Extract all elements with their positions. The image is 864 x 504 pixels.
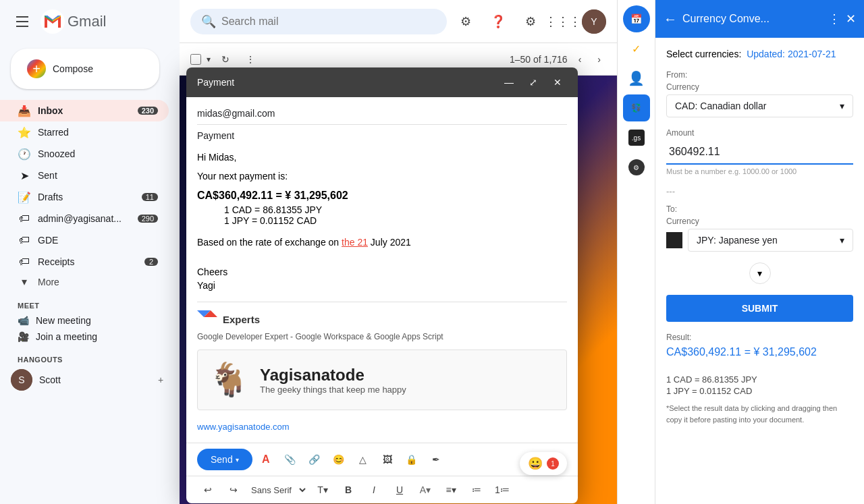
sidebar-header: Gmail — [0, 0, 180, 43]
redo-button[interactable]: ↪ — [223, 479, 244, 501]
compose-button[interactable]: + Compose — [11, 49, 159, 89]
sidebar-item-starred[interactable]: ⭐ Starred — [0, 121, 169, 143]
filter-icon[interactable]: ⚙ — [452, 8, 479, 35]
expand-button[interactable]: ▾ — [749, 262, 771, 284]
hangouts-user-scott[interactable]: S Scott + — [0, 366, 180, 393]
side-icon-bar: 📅 ✓ 👤 💱 .gs ⚙ — [617, 0, 655, 504]
gmail-logo[interactable]: Gmail — [40, 9, 106, 34]
to-currency-label: Currency — [666, 217, 853, 226]
from-currency-select[interactable]: CAD: Canadian dollar ▾ — [666, 94, 853, 117]
bold-button[interactable]: B — [338, 479, 359, 501]
settings-icon[interactable]: ⚙ — [517, 8, 544, 35]
next-page-icon[interactable]: › — [592, 49, 606, 70]
modal-body: midas@gmail.com Payment Hi Midas, Your n… — [186, 97, 578, 443]
minimize-button[interactable]: — — [500, 73, 518, 92]
modal-greeting: Hi Midas, — [197, 152, 567, 163]
drive-button[interactable]: △ — [352, 449, 374, 470]
addon-body: Select currencies: Updated: 2021-07-21 F… — [655, 38, 864, 504]
drafts-icon: 📝 — [18, 191, 31, 204]
italic-button[interactable]: I — [363, 479, 385, 501]
sidebar-item-admin[interactable]: 🏷 admin@yagisanat... 290 — [0, 208, 169, 229]
select-all-checkbox[interactable] — [190, 54, 201, 65]
sent-icon: ➤ — [18, 169, 31, 182]
amount-input[interactable] — [666, 140, 853, 165]
meet-section: Meet 📹 New meeting 🎥 Join a meeting — [0, 296, 180, 345]
lock-button[interactable]: 🔒 — [401, 449, 423, 470]
align-button[interactable]: ≡▾ — [440, 479, 462, 501]
contacts-button[interactable]: 👤 — [623, 65, 650, 92]
photo-button[interactable]: 🖼 — [377, 449, 398, 470]
user-avatar[interactable]: Y — [582, 9, 606, 34]
sidebar-item-gde[interactable]: 🏷 GDE — [0, 229, 169, 251]
sidebar-item-snoozed[interactable]: 🕐 Snoozed — [0, 143, 169, 165]
join-meeting-icon: 🎥 — [18, 331, 29, 342]
sidebar-item-inbox[interactable]: 📥 Inbox 230 — [0, 100, 169, 121]
new-meeting-item[interactable]: 📹 New meeting — [0, 312, 180, 329]
website-link[interactable]: www.yagisanatode.com — [197, 422, 290, 432]
emoji-button[interactable]: 😊 — [328, 449, 350, 470]
help-icon[interactable]: ❓ — [485, 8, 512, 35]
admin-label-icon: 🏷 — [18, 213, 31, 225]
text-color-format-button[interactable]: A▾ — [414, 479, 436, 501]
currency-button[interactable]: 💱 — [623, 94, 650, 121]
search-input[interactable] — [221, 16, 436, 28]
numbered-list-button[interactable]: 1≔ — [491, 479, 513, 501]
to-currency-flag — [666, 232, 682, 248]
search-box[interactable]: 🔍 — [190, 9, 447, 34]
menu-icon[interactable] — [11, 11, 34, 32]
font-family-select[interactable]: Sans Serif Serif Monospace — [248, 484, 308, 496]
result-label: Result: — [666, 333, 853, 342]
compose-plus-icon: + — [27, 59, 46, 78]
amount-label: Amount — [666, 128, 853, 138]
gde-title: Google Developer Expert - Google Workspa… — [197, 332, 567, 341]
to-currency-row: JPY: Japanese yen ▾ — [666, 229, 853, 252]
tasks-button[interactable]: ✓ — [623, 35, 650, 62]
undo-button[interactable]: ↩ — [197, 479, 219, 501]
more-options-icon[interactable]: ⋮ — [240, 49, 261, 70]
sidebar-item-more[interactable]: ▾ More — [0, 273, 180, 291]
calendar-button[interactable]: 📅 — [623, 5, 650, 32]
addon-button-2[interactable]: ⚙ — [623, 154, 650, 181]
modal-exchange-text: Based on the rate of exchange on the 21 … — [197, 237, 567, 248]
drafts-label: Drafts — [38, 192, 135, 202]
prev-page-icon[interactable]: ‹ — [573, 49, 587, 70]
submit-button[interactable]: SUBMIT — [666, 295, 853, 322]
underline-button[interactable]: U — [389, 479, 410, 501]
email-count: 1–50 of 1,716 — [510, 54, 568, 65]
from-currency-label: Currency — [666, 82, 853, 92]
expand-button[interactable]: ⤢ — [524, 73, 543, 92]
scott-avatar: S — [11, 369, 32, 391]
text-color-button[interactable]: A — [255, 449, 277, 470]
send-label: Send — [211, 454, 233, 465]
sidebar-item-sent[interactable]: ➤ Sent — [0, 165, 169, 186]
sidebar-item-receipts[interactable]: 🏷 Receipts 2 — [0, 251, 169, 273]
email-compose-modal: Payment — ⤢ ✕ midas@gmail.com Payment Hi… — [186, 67, 578, 503]
drafts-badge: 11 — [142, 193, 158, 201]
select-dropdown-icon[interactable]: ▾ — [207, 55, 211, 64]
bullets-button[interactable]: ≔ — [466, 479, 487, 501]
addon-close-button[interactable]: ✕ — [846, 11, 856, 26]
refresh-icon[interactable]: ↻ — [216, 49, 235, 70]
more-label: More — [38, 277, 59, 287]
addon-button-1[interactable]: .gs — [623, 124, 650, 151]
sidebar-item-drafts[interactable]: 📝 Drafts 11 — [0, 186, 169, 208]
to-currency-select[interactable]: JPY: Japanese yen ▾ — [688, 229, 853, 252]
from-currency-chevron-icon: ▾ — [840, 101, 844, 111]
attach-button[interactable]: 📎 — [279, 449, 301, 470]
experts-label: Experts — [223, 314, 260, 325]
addon-menu-icon[interactable]: ⋮ — [828, 11, 840, 26]
close-modal-button[interactable]: ✕ — [548, 73, 567, 92]
addon-back-button[interactable]: ← — [664, 11, 677, 27]
hangouts-add-icon[interactable]: + — [153, 372, 169, 388]
join-meeting-item[interactable]: 🎥 Join a meeting — [0, 329, 180, 345]
signature-button[interactable]: ✒ — [425, 449, 447, 470]
snoozed-label: Snoozed — [38, 148, 158, 159]
font-size-icon[interactable]: T▾ — [312, 479, 333, 501]
sidebar: Gmail + Compose 📥 Inbox 230 ⭐ Starred 🕐 … — [0, 0, 180, 504]
apps-icon[interactable]: ⋮⋮⋮ — [549, 8, 576, 35]
link-button[interactable]: 🔗 — [304, 449, 325, 470]
send-button[interactable]: Send ▾ — [197, 449, 252, 470]
compose-label: Compose — [53, 63, 93, 74]
send-arrow-icon: ▾ — [236, 456, 239, 464]
modal-closing-1: Cheers — [197, 267, 567, 277]
